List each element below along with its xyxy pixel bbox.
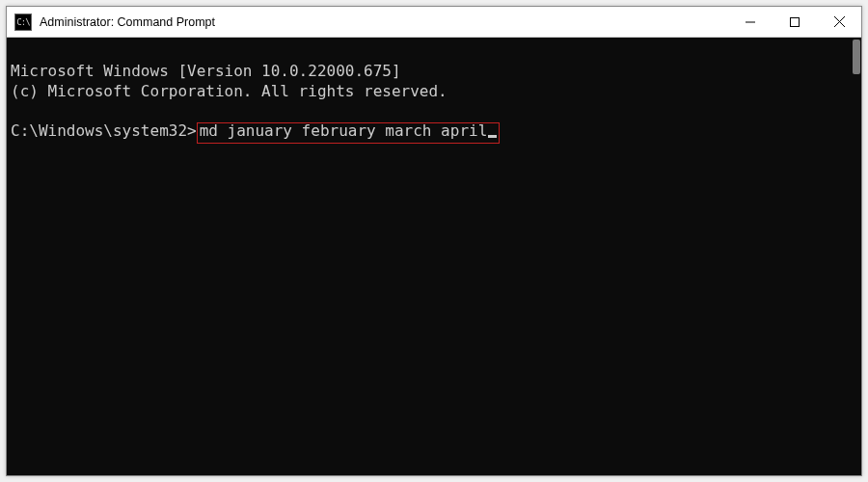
prompt-path: C:\Windows\system32>: [11, 121, 197, 140]
terminal-area[interactable]: Microsoft Windows [Version 10.0.22000.67…: [7, 38, 861, 475]
command-prompt-window: C:\ Administrator: Command Prompt Micros…: [6, 6, 862, 476]
close-icon: [834, 16, 845, 27]
maximize-icon: [790, 17, 800, 27]
output-line: Microsoft Windows [Version 10.0.22000.67…: [11, 62, 401, 80]
titlebar[interactable]: C:\ Administrator: Command Prompt: [7, 7, 861, 38]
typed-command: md january february march april: [200, 121, 488, 140]
close-button[interactable]: [817, 7, 861, 37]
text-cursor: [488, 135, 497, 138]
scrollbar-thumb[interactable]: [853, 40, 860, 74]
svg-rect-1: [791, 17, 800, 26]
minimize-icon: [746, 17, 755, 27]
cmd-icon: C:\: [14, 13, 32, 31]
window-controls: [728, 7, 861, 37]
window-title: Administrator: Command Prompt: [40, 15, 728, 29]
minimize-button[interactable]: [728, 7, 773, 37]
output-line: (c) Microsoft Corporation. All rights re…: [11, 82, 448, 100]
cmd-icon-text: C:\: [16, 17, 29, 27]
vertical-scrollbar[interactable]: [846, 38, 861, 475]
command-highlight: md january february march april: [197, 122, 501, 144]
maximize-button[interactable]: [773, 7, 817, 37]
